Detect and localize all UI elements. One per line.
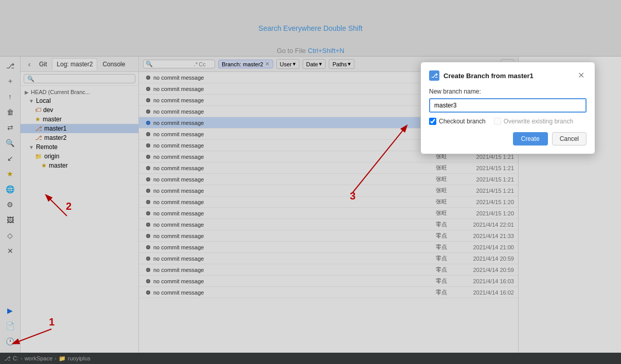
overwrite-checkbox[interactable] <box>494 118 501 125</box>
create-branch-modal: ⎇ Create Branch from master1 ✕ New branc… <box>420 62 595 154</box>
overwrite-label[interactable]: Overwrite existing branch <box>504 118 573 125</box>
modal-actions: Create Cancel <box>429 132 587 145</box>
modal-close-btn[interactable]: ✕ <box>576 70 587 81</box>
modal-icon-text: ⎇ <box>431 72 438 79</box>
checkout-checkbox[interactable] <box>429 118 436 125</box>
checkout-option[interactable]: Checkout branch <box>429 118 486 125</box>
modal-title: Create Branch from master1 <box>443 72 534 80</box>
modal-icon: ⎇ <box>429 70 439 81</box>
modal-overlay: ⎇ Create Branch from master1 ✕ New branc… <box>0 0 621 364</box>
overwrite-option[interactable]: Overwrite existing branch <box>494 118 573 125</box>
modal-branch-label: New branch name: <box>429 88 587 95</box>
create-btn[interactable]: Create <box>513 132 548 145</box>
modal-header: ⎇ Create Branch from master1 ✕ <box>429 70 587 81</box>
cancel-btn[interactable]: Cancel <box>552 132 587 145</box>
modal-options: Checkout branch Overwrite existing branc… <box>429 118 587 125</box>
modal-branch-input[interactable] <box>429 98 587 113</box>
modal-title-row: ⎇ Create Branch from master1 <box>429 70 534 81</box>
checkout-label[interactable]: Checkout branch <box>439 118 486 125</box>
